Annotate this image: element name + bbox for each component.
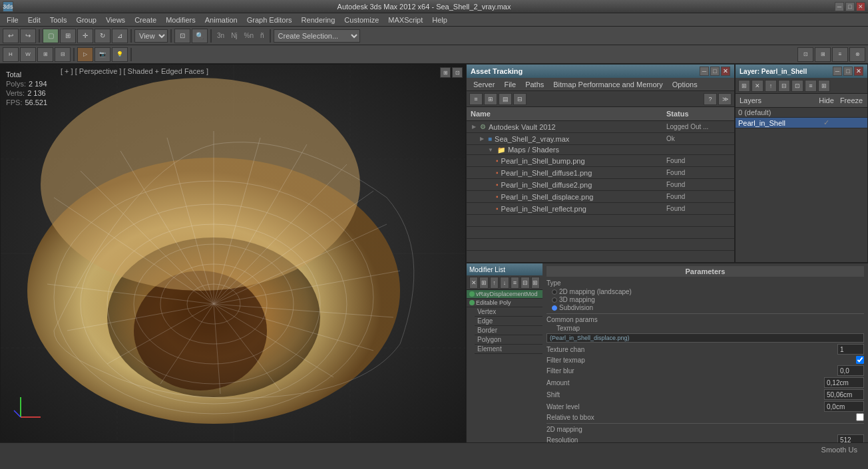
menu-modifiers[interactable]: Modifiers <box>162 15 200 25</box>
menu-rendering[interactable]: Rendering <box>298 15 339 25</box>
asset-panel-controls[interactable]: ─ □ ✕ <box>700 67 730 76</box>
asset-panel-close[interactable]: ✕ <box>721 67 730 76</box>
menu-animation[interactable]: Animation <box>201 15 242 25</box>
viewport-icon-1[interactable]: ⊞ <box>440 67 451 78</box>
menu-graph-editors[interactable]: Graph Editors <box>243 15 296 25</box>
maximize-button[interactable]: □ <box>845 2 855 11</box>
asset-row-vault[interactable]: ▶ ⚙ Autodesk Vault 2012 Logged Out ... <box>467 121 734 133</box>
tb2-btn-4[interactable]: ⊟ <box>55 47 71 62</box>
asset-menu-bitmap[interactable]: Bitmap Performance and Memory <box>549 79 666 90</box>
tb2-right-2[interactable]: ⊞ <box>815 47 831 62</box>
modifier-tb-2[interactable]: ⊞ <box>479 277 488 289</box>
tb2-right-4[interactable]: ⊗ <box>849 47 865 62</box>
asset-tb-help[interactable]: ? <box>704 93 717 105</box>
layers-row-pearl[interactable]: Pearl_in_Shell ✓ <box>736 118 867 128</box>
rotate-button[interactable]: ↻ <box>95 29 110 43</box>
texture-chan-input[interactable] <box>837 344 864 355</box>
asset-row-reflect[interactable]: ▪ Pearl_in_Shell_reflect.png Found <box>467 203 734 215</box>
menu-views[interactable]: Views <box>102 15 129 25</box>
tb2-right-3[interactable]: ≡ <box>832 47 848 62</box>
sub-edge[interactable]: Edge <box>475 317 542 326</box>
asset-row-maxfile[interactable]: ▶ ■ Sea_Shell_2_vray.max Ok <box>467 133 734 145</box>
modifier-tb-1[interactable]: ✕ <box>469 277 478 289</box>
close-button[interactable]: ✕ <box>856 2 865 11</box>
type-radio-subdiv[interactable]: Subdivision <box>552 304 864 311</box>
asset-row-bump[interactable]: ▪ Pearl_in_Shell_bump.png Found <box>467 155 734 167</box>
tb2-light-btn[interactable]: 💡 <box>112 47 128 62</box>
asset-panel-min[interactable]: ─ <box>700 67 709 76</box>
water-level-input[interactable] <box>824 401 864 412</box>
asset-tb-more[interactable]: ≫ <box>718 93 732 105</box>
modifier-item-edpoly[interactable]: Editable Poly <box>467 299 542 307</box>
menu-maxscript[interactable]: MAXScript <box>384 15 427 25</box>
type-radio-2d[interactable]: 2D mapping (landscape) <box>552 288 864 295</box>
resolution-input[interactable] <box>837 434 864 442</box>
relative-bbox-checkbox[interactable] <box>856 413 864 421</box>
tb2-render-btn[interactable]: ▷ <box>77 47 93 62</box>
menu-file[interactable]: File <box>3 15 23 25</box>
redo-button[interactable]: ↪ <box>20 29 36 43</box>
modifier-tb-5[interactable]: ≡ <box>511 277 519 289</box>
tb2-right-1[interactable]: ⊡ <box>797 47 813 62</box>
menu-customize[interactable]: Customize <box>340 15 383 25</box>
viewport[interactable]: Total Polys: 2 194 Verts: 2 136 FPS: 56.… <box>0 64 466 442</box>
menu-group[interactable]: Group <box>72 15 101 25</box>
zoom-extents-button[interactable]: ⊡ <box>174 29 190 43</box>
asset-row-diffuse2[interactable]: ▪ Pearl_in_Shell_diffuse2.png Found <box>467 179 734 191</box>
menu-tools[interactable]: Tools <box>46 15 71 25</box>
asset-panel-max[interactable]: □ <box>710 67 720 76</box>
asset-menu-paths[interactable]: Paths <box>521 79 548 90</box>
modifier-tb-3[interactable]: ↑ <box>490 277 499 289</box>
texmap-value[interactable]: (Pearl_in_Shell_displace.png) <box>546 333 864 343</box>
tb2-btn-2[interactable]: W <box>20 47 36 62</box>
sub-vertex[interactable]: Vertex <box>475 307 542 317</box>
move-button[interactable]: ✛ <box>77 29 93 43</box>
modifier-tb-4[interactable]: ↓ <box>500 277 509 289</box>
select-object-button[interactable]: ▢ <box>43 29 59 43</box>
layers-tb-6[interactable]: ≡ <box>805 80 817 92</box>
amount-input[interactable] <box>824 377 864 388</box>
layers-panel-max[interactable]: □ <box>843 67 853 76</box>
create-selection-dropdown[interactable]: Create Selection... <box>274 29 360 43</box>
view-select[interactable]: View <box>134 29 168 43</box>
type-radio-3d[interactable]: 3D mapping <box>552 296 864 303</box>
asset-row-diffuse1[interactable]: ▪ Pearl_in_Shell_diffuse1.png Found <box>467 167 734 179</box>
undo-button[interactable]: ↩ <box>3 29 19 43</box>
asset-tb-btn-2[interactable]: ⊞ <box>484 93 497 105</box>
layers-panel-controls[interactable]: ─ □ ✕ <box>833 67 863 76</box>
asset-menu-options[interactable]: Options <box>668 79 702 90</box>
tb2-btn-3[interactable]: ⊞ <box>37 47 53 62</box>
asset-row-maps[interactable]: ▼ 📁 Maps / Shaders <box>467 145 734 155</box>
shift-input[interactable] <box>824 389 864 400</box>
sub-polygon[interactable]: Polygon <box>475 335 542 345</box>
title-bar-controls[interactable]: ─ □ ✕ <box>835 2 865 11</box>
layers-tb-1[interactable]: ⊞ <box>738 80 750 92</box>
layers-row-default[interactable]: 0 (default) <box>736 108 867 118</box>
asset-menu-server[interactable]: Server <box>469 79 499 90</box>
scale-button[interactable]: ⊿ <box>112 29 128 43</box>
viewport-icon-2[interactable]: ⊡ <box>452 67 463 78</box>
layers-tb-2[interactable]: ✕ <box>752 80 763 92</box>
layers-panel-close[interactable]: ✕ <box>854 67 863 76</box>
zoom-button[interactable]: 🔍 <box>192 29 208 43</box>
menu-help[interactable]: Help <box>428 15 451 25</box>
sub-border[interactable]: Border <box>475 326 542 335</box>
tb2-btn-1[interactable]: H <box>3 47 19 62</box>
asset-tb-btn-4[interactable]: ⊟ <box>513 93 527 105</box>
menu-create[interactable]: Create <box>130 15 160 25</box>
modifier-tb-7[interactable]: ⊞ <box>531 277 540 289</box>
minimize-button[interactable]: ─ <box>835 2 844 11</box>
layers-tb-4[interactable]: ⊟ <box>778 80 790 92</box>
select-region-button[interactable]: ⊞ <box>60 29 76 43</box>
sub-element[interactable]: Element <box>475 345 542 354</box>
menu-edit[interactable]: Edit <box>24 15 45 25</box>
asset-menu-file[interactable]: File <box>500 79 520 90</box>
tb2-camera-btn[interactable]: 📷 <box>95 47 110 62</box>
asset-tb-btn-3[interactable]: ▤ <box>499 93 512 105</box>
asset-row-displace[interactable]: ▪ Pearl_in_Shell_displace.png Found <box>467 191 734 203</box>
layers-tb-3[interactable]: ↑ <box>765 80 777 92</box>
layers-tb-5[interactable]: ⊡ <box>791 80 803 92</box>
filter-blur-input[interactable] <box>837 365 864 376</box>
modifier-tb-6[interactable]: ⊟ <box>521 277 529 289</box>
layers-panel-min[interactable]: ─ <box>833 67 842 76</box>
